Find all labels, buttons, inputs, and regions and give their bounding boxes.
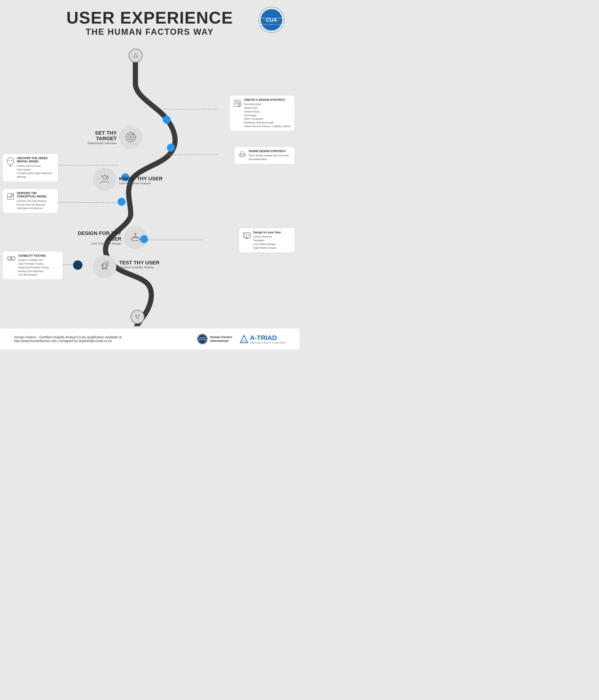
svg-point-31 — [101, 175, 102, 176]
footer: Human Factors - Certified Usability Anal… — [0, 328, 300, 350]
deriving-dot — [118, 198, 126, 206]
design-dot — [140, 235, 148, 243]
set-target-icon — [119, 126, 142, 149]
dashed-line-design — [148, 235, 209, 245]
svg-point-27 — [239, 154, 241, 156]
diagram: SET THY TARGET Stakeholder Interview — [0, 46, 300, 326]
design-user-box: Design for your User Screen Elements Tem… — [239, 228, 295, 253]
hfi-logo: HUMAN FACTORS Human Factors Internationa… — [196, 333, 232, 345]
svg-point-32 — [107, 175, 108, 176]
main-subtitle: THE HUMAN FACTORS WAY — [0, 27, 300, 37]
know-user-icon — [93, 168, 116, 191]
dashed-line-mental — [58, 160, 124, 170]
know-user-label: KNOW THY USER User-Centered Analysis — [119, 176, 163, 185]
svg-point-40 — [9, 160, 10, 161]
conceptual-model-box: DERIVING THE CONCEPTUAL MODEL Scenario a… — [2, 189, 58, 213]
svg-point-35 — [7, 157, 14, 165]
footer-logos: HUMAN FACTORS Human Factors Internationa… — [196, 333, 286, 345]
top-marker — [129, 49, 143, 62]
svg-marker-7 — [134, 53, 138, 57]
main-title: USER EXPERIENCE — [0, 9, 300, 26]
svg-point-8 — [126, 132, 136, 142]
svg-text:CUA: CUA — [266, 17, 277, 23]
svg-point-10 — [130, 136, 131, 138]
snake-path — [0, 46, 300, 326]
hfi-logo-circle: HUMAN FACTORS — [196, 333, 208, 345]
dashed-line-share — [168, 150, 224, 159]
svg-marker-74 — [240, 335, 248, 343]
svg-point-66 — [14, 257, 15, 258]
dashed-line-strategy — [163, 102, 224, 116]
svg-marker-69 — [136, 315, 140, 319]
test-dot — [73, 260, 82, 270]
svg-rect-50 — [244, 233, 247, 237]
dashed-line-conceptual — [58, 198, 121, 207]
share-strategy-box: SHARE DESIGN STRATEGY Share design strat… — [234, 147, 295, 164]
svg-text:HUMAN: HUMAN — [199, 337, 206, 339]
footer-text: Human Factors - Certified Usability Anal… — [14, 335, 122, 343]
test-icon — [93, 255, 116, 278]
svg-point-47 — [135, 233, 136, 234]
bottom-marker — [130, 310, 144, 324]
svg-point-65 — [12, 257, 13, 258]
set-target-dot-1 — [163, 116, 171, 124]
svg-text:✦: ✦ — [278, 19, 280, 22]
page: USER EXPERIENCE THE HUMAN FACTORS WAY HU… — [0, 0, 300, 350]
svg-point-62 — [8, 257, 9, 258]
svg-point-25 — [241, 152, 244, 155]
svg-point-29 — [103, 175, 106, 179]
header: USER EXPERIENCE THE HUMAN FACTORS WAY HU… — [0, 0, 300, 42]
atriad-logo: A-TRIAD ANALYSE | ADAPT | ADVANCE — [239, 334, 286, 344]
svg-text:CERTIFIED USABILITY ANALYST: CERTIFIED USABILITY ANALYST — [258, 24, 286, 25]
test-label: TEST THY USER Practical Usability Testin… — [119, 260, 160, 269]
usability-testing-box: USABILITY TESTING Design a Usability Tes… — [2, 251, 63, 280]
svg-point-26 — [244, 154, 246, 156]
svg-text:✦: ✦ — [263, 19, 265, 22]
svg-point-58 — [102, 265, 103, 266]
svg-point-60 — [105, 261, 109, 265]
svg-text:FACTORS: FACTORS — [198, 339, 206, 341]
cua-badge: HUMAN FACTORS INTERNATIONAL CUA CERTIFIE… — [258, 6, 281, 29]
set-target-label: SET THY TARGET Stakeholder Interview — [79, 130, 117, 145]
design-label: DESIGN FOR THY USER User-Centered Design — [77, 230, 121, 245]
set-target-dot-2 — [167, 144, 175, 152]
svg-point-63 — [10, 257, 11, 258]
create-strategy-box: CREATE A DESIGN STRATEGY Executive Inten… — [230, 95, 295, 131]
svg-point-41 — [11, 160, 12, 161]
mental-model-box: UNCOVER THE USERS MENTAL MODEL Profiles … — [2, 153, 58, 182]
